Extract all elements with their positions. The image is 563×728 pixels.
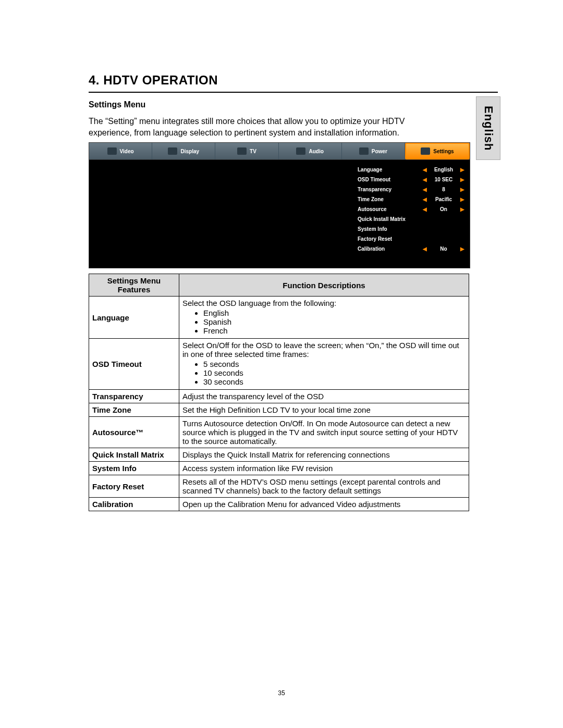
osd-row-label: Language [358, 167, 423, 172]
osd-row[interactable]: Transparency◀8▶ [358, 184, 464, 194]
page-number: 35 [0, 689, 563, 697]
arrow-left-icon[interactable]: ◀ [423, 187, 427, 192]
osd-tab-bar: VideoDisplayTVAudioPowerSettings [89, 143, 470, 160]
arrow-right-icon[interactable]: ▶ [460, 167, 464, 172]
feature-bullets: EnglishSpanishFrench [203, 309, 466, 335]
list-item: English [203, 309, 466, 317]
osd-row-label: Time Zone [358, 196, 423, 202]
tv-icon [237, 147, 247, 155]
osd-tab-tv[interactable]: TV [215, 143, 278, 159]
arrow-left-icon[interactable]: ◀ [423, 167, 427, 172]
features-table: Settings Menu Features Function Descript… [89, 274, 469, 511]
feature-name: Autosource™ [89, 417, 179, 448]
osd-tab-audio[interactable]: Audio [279, 143, 342, 159]
osd-row[interactable]: Language◀English▶ [358, 165, 464, 175]
feature-name: Time Zone [89, 403, 179, 417]
osd-row-label: OSD Timeout [358, 177, 423, 182]
osd-row-label: Factory Reset [358, 236, 464, 242]
list-item: French [203, 326, 466, 335]
feature-desc: Displays the Quick Install Matrix for re… [179, 448, 469, 462]
table-row: OSD TimeoutSelect On/Off for the OSD to … [89, 339, 469, 390]
feature-desc: Access system information like FW revisi… [179, 462, 469, 475]
video-icon [107, 147, 117, 155]
osd-tab-power[interactable]: Power [342, 143, 405, 159]
feature-desc-text: Access system information like FW revisi… [182, 464, 466, 473]
osd-row[interactable]: System Info [358, 224, 464, 234]
feature-desc-text: Displays the Quick Install Matrix for re… [182, 450, 466, 459]
display-icon [168, 147, 177, 155]
osd-value-wrap: ◀Pacific▶ [423, 196, 464, 202]
osd-value-wrap: ◀On▶ [423, 206, 464, 212]
osd-value-wrap: ◀10 SEC▶ [423, 177, 464, 182]
osd-row-value: On [433, 206, 454, 212]
power-icon [359, 147, 369, 155]
osd-tab-video[interactable]: Video [89, 143, 152, 159]
feature-desc-text: Open up the Calibration Menu for advance… [182, 500, 466, 509]
osd-row[interactable]: Factory Reset [358, 234, 464, 244]
osd-row[interactable]: Time Zone◀Pacific▶ [358, 194, 464, 204]
arrow-right-icon[interactable]: ▶ [460, 177, 464, 182]
feature-desc-text: Resets all of the HDTV’s OSD menu settin… [182, 477, 466, 495]
feature-desc: Turns Autosource detection On/Off. In On… [179, 417, 469, 448]
arrow-left-icon[interactable]: ◀ [423, 196, 427, 202]
table-row: Autosource™Turns Autosource detection On… [89, 417, 469, 448]
arrow-right-icon[interactable]: ▶ [460, 246, 464, 252]
feature-desc-text: Select On/Off for the OSD to leave the s… [182, 341, 466, 359]
osd-row-value: English [433, 167, 454, 172]
list-item: 30 seconds [203, 377, 466, 386]
arrow-left-icon[interactable]: ◀ [423, 246, 427, 252]
feature-desc: Select the OSD language from the followi… [179, 297, 469, 339]
settings-icon [421, 147, 430, 155]
feature-desc-text: Turns Autosource detection On/Off. In On… [182, 419, 466, 446]
table-row: Time ZoneSet the High Definition LCD TV … [89, 403, 469, 417]
osd-value-wrap: ◀English▶ [423, 167, 464, 172]
osd-row[interactable]: Calibration◀No▶ [358, 244, 464, 254]
arrow-right-icon[interactable]: ▶ [460, 187, 464, 192]
arrow-left-icon[interactable]: ◀ [423, 206, 427, 212]
osd-row[interactable]: OSD Timeout◀10 SEC▶ [358, 175, 464, 184]
table-row: LanguageSelect the OSD language from the… [89, 297, 469, 339]
osd-row[interactable]: Quick Install Matrix [358, 214, 464, 224]
table-head-feature: Settings Menu Features [89, 274, 179, 297]
feature-bullets: 5 seconds10 seconds30 seconds [203, 360, 466, 386]
feature-desc-text: Select the OSD language from the followi… [182, 299, 466, 307]
feature-desc: Select On/Off for the OSD to leave the s… [179, 339, 469, 390]
table-row: System InfoAccess system information lik… [89, 462, 469, 475]
arrow-right-icon[interactable]: ▶ [460, 206, 464, 212]
list-item: Spanish [203, 317, 466, 326]
feature-name: System Info [89, 462, 179, 475]
feature-desc-text: Set the High Definition LCD TV to your l… [182, 405, 466, 414]
osd-row-label: Calibration [358, 246, 423, 252]
feature-desc-text: Adjust the transparency level of the OSD [182, 392, 466, 401]
osd-tab-settings[interactable]: Settings [405, 143, 470, 159]
osd-row-value: No [433, 246, 454, 252]
arrow-right-icon[interactable]: ▶ [460, 196, 464, 202]
osd-tab-label: Power [372, 149, 387, 154]
table-row: Factory ResetResets all of the HDTV’s OS… [89, 475, 469, 498]
feature-name: Transparency [89, 390, 179, 403]
osd-row-label: Quick Install Matrix [358, 216, 464, 222]
osd-tab-display[interactable]: Display [152, 143, 215, 159]
osd-row-label: System Info [358, 226, 464, 232]
osd-screenshot: VideoDisplayTVAudioPowerSettings Languag… [89, 142, 470, 268]
language-tab-label: English [482, 106, 495, 151]
osd-value-wrap: ◀No▶ [423, 246, 464, 252]
osd-row[interactable]: Autosource◀On▶ [358, 204, 464, 214]
arrow-left-icon[interactable]: ◀ [423, 177, 427, 182]
osd-row-label: Transparency [358, 187, 423, 192]
osd-row-value: 10 SEC [433, 177, 454, 182]
feature-desc: Set the High Definition LCD TV to your l… [179, 403, 469, 417]
feature-name: Quick Install Matrix [89, 448, 179, 462]
table-row: CalibrationOpen up the Calibration Menu … [89, 498, 469, 511]
osd-row-label: Autosource [358, 206, 423, 212]
osd-tab-label: TV [250, 149, 256, 154]
osd-value-wrap: ◀8▶ [423, 187, 464, 192]
table-row: Quick Install MatrixDisplays the Quick I… [89, 448, 469, 462]
feature-name: Language [89, 297, 179, 339]
list-item: 10 seconds [203, 368, 466, 377]
osd-tab-label: Audio [309, 149, 323, 154]
feature-name: OSD Timeout [89, 339, 179, 390]
osd-tab-label: Settings [433, 149, 454, 154]
subheading: Settings Menu [89, 100, 498, 109]
table-head-desc: Function Descriptions [179, 274, 469, 297]
